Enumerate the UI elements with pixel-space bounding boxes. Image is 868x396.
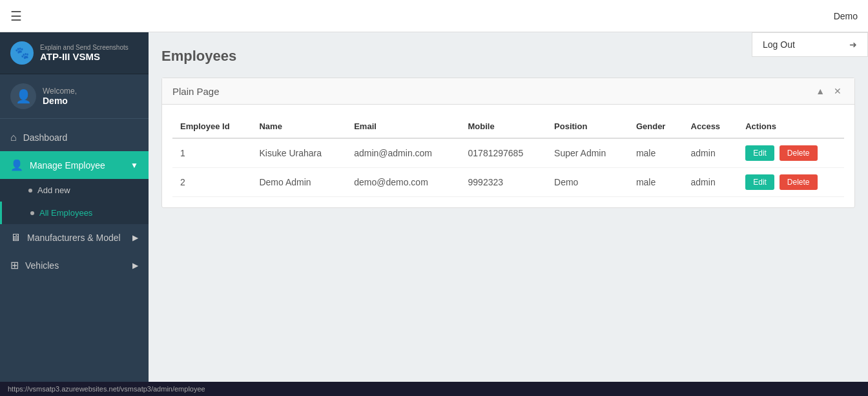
col-gender: Gender	[628, 115, 683, 138]
sidebar: 🐾 Explain and Send Screenshots ATP-III V…	[0, 32, 149, 382]
col-position: Position	[546, 115, 628, 138]
table-head: Employee Id Name Email Mobile Position G…	[172, 115, 844, 138]
sidebar-item-all-employees[interactable]: All Employees	[0, 202, 149, 224]
cell-access: admin	[683, 138, 738, 168]
brand-text-block: Explain and Send Screenshots ATP-III VSM…	[40, 44, 129, 63]
dot-icon	[28, 189, 32, 193]
user-info: Welcome, Demo	[43, 87, 77, 106]
cell-gender: male	[628, 138, 683, 168]
logout-label: Log Out	[763, 39, 795, 50]
col-access: Access	[683, 115, 738, 138]
table-row: 1 Kisuke Urahara admin@admin.com 0178129…	[172, 138, 844, 168]
cell-id: 1	[172, 138, 251, 168]
chevron-down-icon: ▼	[130, 161, 138, 170]
cell-mobile: 9992323	[460, 168, 547, 197]
col-email: Email	[346, 115, 460, 138]
welcome-text: Welcome,	[43, 87, 77, 96]
cell-name: Kisuke Urahara	[251, 138, 346, 168]
cell-position: Demo	[546, 168, 628, 197]
table-row: 2 Demo Admin demo@demo.com 9992323 Demo …	[172, 168, 844, 197]
brand-icon: 🐾	[10, 41, 34, 65]
cell-email: demo@demo.com	[346, 168, 460, 197]
sidebar-user: 👤 Welcome, Demo	[0, 74, 149, 119]
logout-arrow-icon: ➜	[849, 39, 857, 50]
employee-icon: 👤	[10, 159, 23, 171]
vehicles-icon: ⊞	[10, 259, 19, 271]
dot-icon	[30, 211, 34, 215]
main-content: Employees Plain Page ▲ ✕ Employee Id Nam…	[149, 32, 868, 382]
close-button[interactable]: ✕	[831, 85, 844, 98]
avatar: 👤	[10, 83, 36, 109]
cell-access: admin	[683, 168, 738, 197]
card-header: Plain Page ▲ ✕	[162, 78, 854, 105]
cell-email: admin@admin.com	[346, 138, 460, 168]
cell-mobile: 01781297685	[460, 138, 547, 168]
card-title: Plain Page	[172, 86, 220, 97]
col-name: Name	[251, 115, 346, 138]
chevron-right-icon: ▶	[132, 233, 138, 242]
main-layout: 🐾 Explain and Send Screenshots ATP-III V…	[0, 32, 868, 382]
topbar-right: Demo Log Out ➜	[834, 11, 858, 21]
sidebar-item-add-new[interactable]: Add new	[0, 179, 149, 202]
cell-id: 2	[172, 168, 251, 197]
cell-position: Super Admin	[546, 138, 628, 168]
sidebar-item-manufacturers[interactable]: 🖥 Manufacturers & Model ▶	[0, 224, 149, 251]
sidebar-manage-employee-label: Manage Employee	[30, 160, 124, 171]
cell-actions: Edit Delete	[738, 138, 844, 168]
employees-table: Employee Id Name Email Mobile Position G…	[172, 115, 844, 197]
col-mobile: Mobile	[460, 115, 547, 138]
table-header-row: Employee Id Name Email Mobile Position G…	[172, 115, 844, 138]
topbar: ☰ Demo Log Out ➜	[0, 0, 868, 32]
sidebar-item-manage-employee[interactable]: 👤 Manage Employee ▼	[0, 151, 149, 179]
status-url: https://vsmsatp3.azurewebsites.net/vsmsa…	[8, 385, 205, 393]
sidebar-manufacturers-label: Manufacturers & Model	[27, 233, 126, 243]
sidebar-vehicles-label: Vehicles	[25, 260, 126, 271]
delete-button[interactable]: Delete	[780, 145, 818, 161]
cell-name: Demo Admin	[251, 168, 346, 197]
topbar-left: ☰	[10, 8, 22, 24]
table-body: 1 Kisuke Urahara admin@admin.com 0178129…	[172, 138, 844, 197]
hamburger-icon[interactable]: ☰	[10, 8, 22, 24]
manage-employee-subnav: Add new All Employees	[0, 179, 149, 224]
statusbar: https://vsmsatp3.azurewebsites.net/vsmsa…	[0, 382, 868, 396]
manufacturers-icon: 🖥	[10, 232, 21, 244]
collapse-button[interactable]: ▲	[813, 85, 827, 98]
home-icon: ⌂	[10, 132, 17, 143]
page-title: Employees	[161, 48, 855, 65]
sidebar-item-label: Dashboard	[23, 132, 138, 143]
all-employees-label: All Employees	[39, 208, 92, 218]
logout-dropdown: Log Out ➜	[752, 32, 868, 57]
topbar-username: Demo	[834, 11, 858, 21]
edit-button[interactable]: Edit	[745, 174, 774, 190]
sidebar-nav: ⌂ Dashboard 👤 Manage Employee ▼ Add new …	[0, 119, 149, 382]
user-name: Demo	[43, 96, 77, 106]
cell-actions: Edit Delete	[738, 168, 844, 197]
col-employee-id: Employee Id	[172, 115, 251, 138]
sidebar-item-vehicles[interactable]: ⊞ Vehicles ▶	[0, 251, 149, 279]
add-new-label: Add new	[37, 185, 70, 195]
sidebar-brand: 🐾 Explain and Send Screenshots ATP-III V…	[0, 32, 149, 74]
sidebar-item-dashboard[interactable]: ⌂ Dashboard	[0, 124, 149, 151]
brand-title: ATP-III VSMS	[40, 51, 129, 63]
card-actions: ▲ ✕	[813, 85, 844, 98]
cell-gender: male	[628, 168, 683, 197]
edit-button[interactable]: Edit	[745, 145, 774, 161]
logout-button[interactable]: Log Out ➜	[752, 33, 867, 56]
col-actions: Actions	[738, 115, 844, 138]
chevron-right-icon-2: ▶	[132, 261, 138, 270]
table-wrapper: Employee Id Name Email Mobile Position G…	[162, 105, 854, 207]
delete-button[interactable]: Delete	[780, 174, 818, 190]
employees-card: Plain Page ▲ ✕ Employee Id Name Email Mo…	[161, 78, 855, 208]
brand-subtitle: Explain and Send Screenshots	[40, 44, 129, 51]
